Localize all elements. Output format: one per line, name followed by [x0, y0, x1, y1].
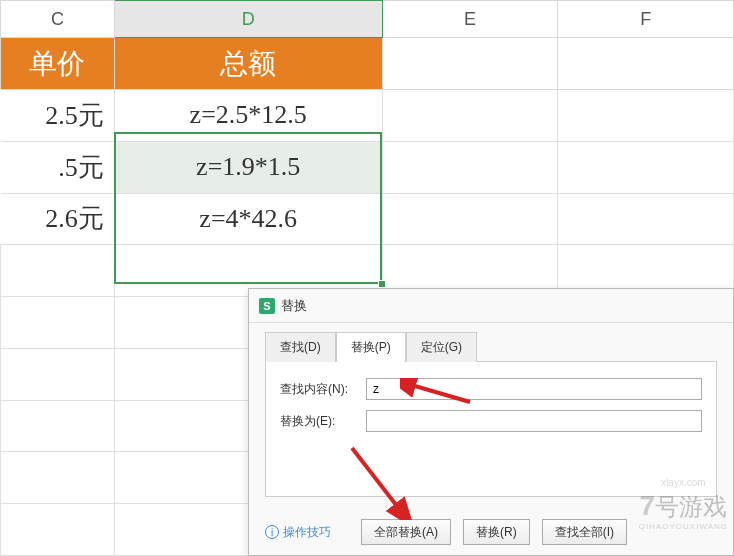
replace-button[interactable]: 替换(R) — [463, 519, 530, 545]
replace-with-label: 替换为(E): — [280, 413, 358, 430]
cell-c2[interactable]: 2.5元 — [1, 90, 115, 142]
table-row: 2.6元 z=4*42.6 — [1, 193, 734, 245]
col-header-d[interactable]: D — [114, 1, 382, 38]
tab-goto[interactable]: 定位(G) — [406, 332, 477, 362]
tab-find[interactable]: 查找(D) — [265, 332, 336, 362]
cell-d3[interactable]: z=1.9*1.5 — [114, 141, 382, 193]
empty-cell[interactable] — [382, 90, 558, 142]
dialog-title-text: 替换 — [281, 297, 307, 315]
empty-cell[interactable] — [382, 193, 558, 245]
find-what-label: 查找内容(N): — [280, 381, 358, 398]
empty-cell[interactable] — [558, 141, 734, 193]
find-what-input[interactable] — [366, 378, 702, 400]
title-c[interactable]: 单价 — [1, 38, 115, 90]
column-header-row: C D E F — [1, 1, 734, 38]
selection-fill-handle[interactable] — [378, 280, 386, 288]
col-header-e[interactable]: E — [382, 1, 558, 38]
cell-c3[interactable]: .5元 — [1, 141, 115, 193]
replace-with-input[interactable] — [366, 410, 702, 432]
dialog-titlebar[interactable]: S 替换 — [249, 289, 733, 323]
empty-cell[interactable] — [382, 141, 558, 193]
empty-cell[interactable] — [382, 38, 558, 90]
table-row: .5元 z=1.9*1.5 — [1, 141, 734, 193]
watermark: xlayx.com 7号游戏 QIHAOYOUXIWANG — [639, 477, 728, 532]
empty-cell[interactable] — [558, 193, 734, 245]
cell-d2[interactable]: z=2.5*12.5 — [114, 90, 382, 142]
table-row: 2.5元 z=2.5*12.5 — [1, 90, 734, 142]
find-all-button[interactable]: 查找全部(I) — [542, 519, 627, 545]
cell-c4[interactable]: 2.6元 — [1, 193, 115, 245]
info-icon: i — [265, 525, 279, 539]
empty-cell[interactable] — [558, 90, 734, 142]
cell-d4[interactable]: z=4*42.6 — [114, 193, 382, 245]
tips-link[interactable]: i 操作技巧 — [265, 524, 331, 541]
app-icon: S — [259, 298, 275, 314]
tips-label: 操作技巧 — [283, 524, 331, 541]
title-d[interactable]: 总额 — [114, 38, 382, 90]
dialog-tabs: 查找(D) 替换(P) 定位(G) — [249, 323, 733, 361]
tab-replace[interactable]: 替换(P) — [336, 332, 406, 362]
empty-cell[interactable] — [558, 38, 734, 90]
col-header-c[interactable]: C — [1, 1, 115, 38]
replace-all-button[interactable]: 全部替换(A) — [361, 519, 451, 545]
col-header-f[interactable]: F — [558, 1, 734, 38]
title-row: 单价 总额 — [1, 38, 734, 90]
